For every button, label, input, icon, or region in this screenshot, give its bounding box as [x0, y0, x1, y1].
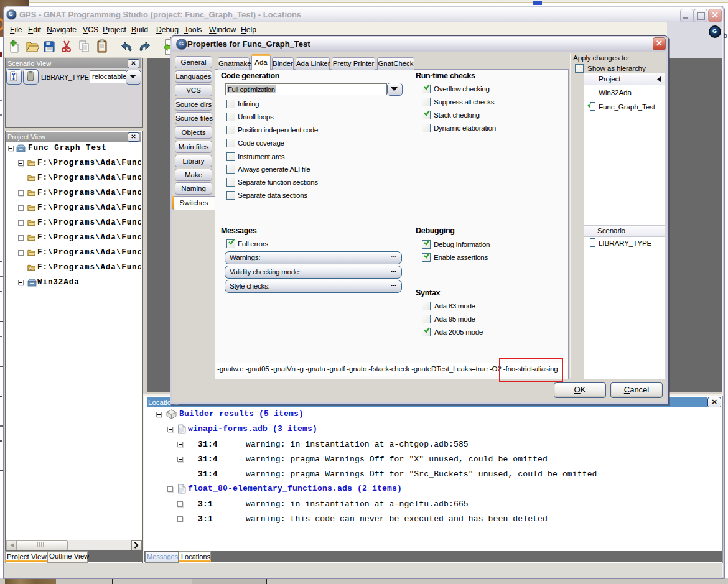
svg-text:0: 0 — [30, 268, 32, 271]
